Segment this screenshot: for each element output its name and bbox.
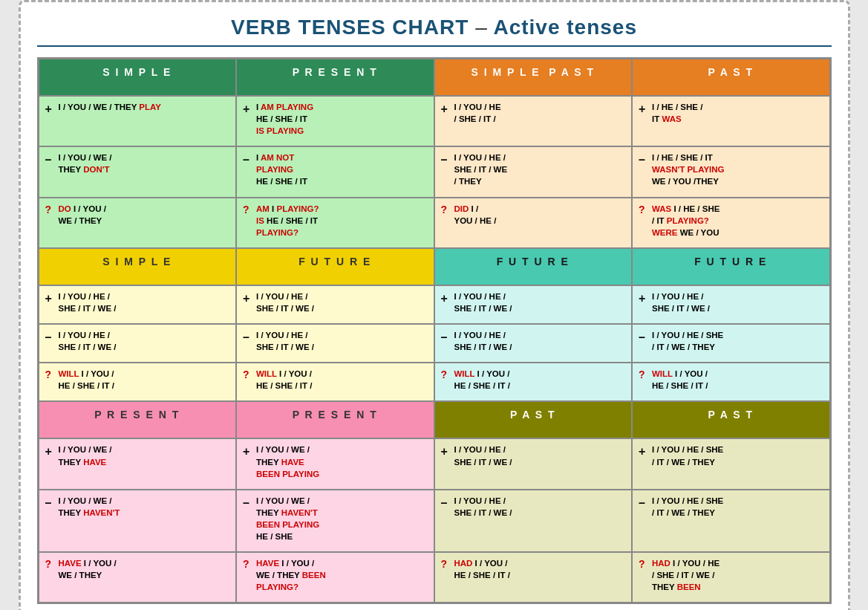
- present-perfect-plus: + I / YOU / WE /THEY HAVE: [39, 438, 237, 489]
- future-continuous-question: ? WILL I / YOU /HE / SHE / IT /: [236, 363, 434, 401]
- past-continuous-plus: + I / HE / SHE /IT WAS: [632, 96, 830, 146]
- present-perfect-cont-question: ? HAVE I / YOU /WE / THEY BEENPLAYING?: [236, 552, 434, 603]
- simple-past-plus: + I / YOU / HE/ SHE / IT /: [434, 96, 633, 146]
- present-perfect-cont-minus: – I / YOU / WE /THEY HAVEN'TBEEN PLAYING…: [236, 490, 434, 552]
- past-perfect-minus: – I / YOU / HE /SHE / IT / WE /: [434, 490, 633, 552]
- simple-present-plus: + I / YOU / WE / THEY PLAY: [39, 96, 237, 146]
- header-present-perfect: P R E S E N T: [39, 401, 237, 438]
- header-past-perfect: P A S T: [434, 401, 633, 438]
- header-present: P R E S E N T: [236, 59, 434, 96]
- present-perfect-question: ? HAVE I / YOU /WE / THEY: [39, 552, 237, 603]
- simple-future-question: ? WILL I / YOU /HE / SHE / IT /: [39, 363, 237, 401]
- present-perfect-cont-plus: + I / YOU / WE /THEY HAVEBEEN PLAYING: [236, 438, 434, 489]
- future-perfect-question: ? WILL I / YOU /HE / SHE / IT /: [434, 363, 633, 401]
- past-perfect-cont-minus: – I / YOU / HE / SHE/ IT / WE / THEY: [632, 490, 830, 552]
- past-perfect-cont-plus: + I / YOU / HE / SHE/ IT / WE / THEY: [632, 438, 830, 489]
- page-title: VERB TENSES CHART – Active tenses: [37, 16, 832, 47]
- future-perfect-cont-minus: – I / YOU / HE / SHE/ IT / WE / THEY: [632, 324, 830, 363]
- simple-present-minus: – I / YOU / WE /THEY DON'T: [39, 146, 237, 197]
- present-perfect-minus: – I / YOU / WE /THEY HAVEN'T: [39, 490, 237, 552]
- chart: S I M P L E P R E S E N T S I M P L E P …: [37, 57, 832, 604]
- simple-future-minus: – I / YOU / HE /SHE / IT / WE /: [39, 324, 237, 363]
- simple-future-plus: + I / YOU / HE /SHE / IT / WE /: [39, 285, 237, 324]
- future-continuous-minus: – I / YOU / HE /SHE / IT / WE /: [236, 324, 434, 363]
- present-continuous-plus: + I AM PLAYINGHE / SHE / ITIS PLAYING: [236, 96, 434, 146]
- simple-past-question: ? DID I /YOU / HE /: [434, 198, 633, 248]
- future-perfect-plus: + I / YOU / HE /SHE / IT / WE /: [434, 285, 633, 324]
- header-present-perfect2: P R E S E N T: [236, 401, 434, 438]
- present-continuous-question: ? AM I PLAYING?IS HE / SHE / ITPLAYING?: [236, 198, 434, 248]
- simple-present-question: ? DO I / YOU /WE / THEY: [39, 198, 237, 248]
- past-perfect-cont-question: ? HAD I / YOU / HE/ SHE / IT / WE /THEY …: [632, 552, 830, 603]
- simple-past-minus: – I / YOU / HE /SHE / IT / WE/ THEY: [434, 146, 633, 197]
- header-simple-past: S I M P L E P A S T: [434, 59, 633, 96]
- future-perfect-minus: – I / YOU / HE /SHE / IT / WE /: [434, 324, 633, 363]
- past-continuous-minus: – I / HE / SHE / ITWASN'T PLAYINGWE / YO…: [632, 146, 830, 197]
- past-continuous-question: ? WAS I / HE / SHE/ IT PLAYING?WERE WE /…: [632, 198, 830, 248]
- page: VERB TENSES CHART – Active tenses S I M …: [19, 0, 850, 610]
- header-past-perfect2: P A S T: [632, 401, 830, 438]
- header-future3: F U T U R E: [632, 248, 830, 285]
- header-past: P A S T: [632, 59, 830, 96]
- header-future: F U T U R E: [236, 248, 434, 285]
- past-perfect-question: ? HAD I / YOU /HE / SHE / IT /: [434, 552, 633, 603]
- past-perfect-plus: + I / YOU / HE /SHE / IT / WE /: [434, 438, 633, 489]
- future-continuous-plus: + I / YOU / HE /SHE / IT / WE /: [236, 285, 434, 324]
- header-simple-future: S I M P L E: [39, 248, 237, 285]
- header-future2: F U T U R E: [434, 248, 633, 285]
- future-perfect-cont-plus: + I / YOU / HE /SHE / IT / WE /: [632, 285, 830, 324]
- future-perfect-cont-question: ? WILL I / YOU /HE / SHE / IT /: [632, 363, 830, 401]
- present-continuous-minus: – I AM NOTPLAYINGHE / SHE / IT: [236, 146, 434, 197]
- header-simple-present: S I M P L E: [39, 59, 237, 96]
